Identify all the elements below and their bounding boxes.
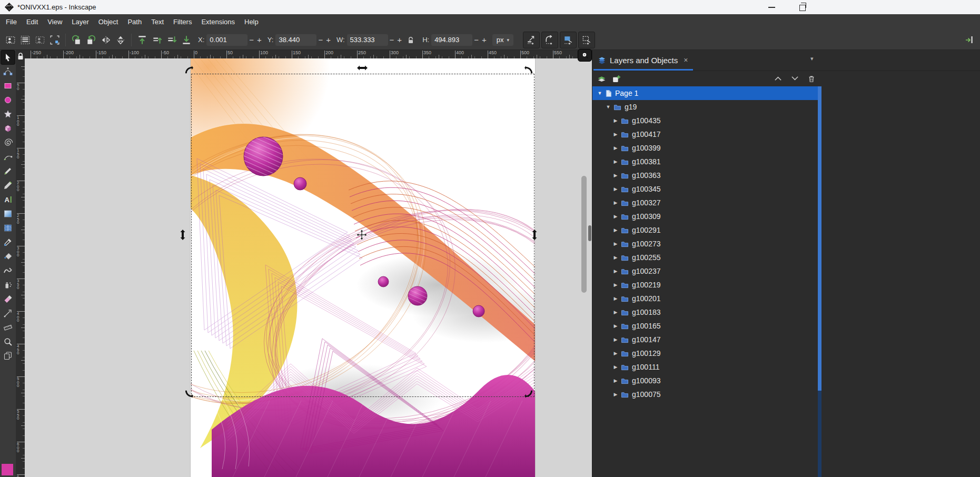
lower-button[interactable] — [164, 33, 179, 47]
minimize-button[interactable] — [763, 0, 780, 14]
layer-row[interactable]: ▶ g100165 — [592, 319, 818, 333]
panel-scrollbar[interactable] — [818, 86, 821, 477]
canvas-vertical-scrollbar[interactable] — [581, 176, 587, 293]
w-minus-button[interactable]: − — [388, 35, 396, 44]
w-plus-button[interactable]: + — [395, 35, 403, 44]
h-plus-button[interactable]: + — [480, 35, 488, 44]
pencil-tool[interactable] — [1, 164, 15, 178]
y-input[interactable] — [275, 34, 316, 46]
expand-arrow-icon[interactable]: ▶ — [612, 255, 619, 260]
scale-corners-toggle[interactable] — [541, 32, 558, 48]
layer-row[interactable]: ▶ g100273 — [592, 237, 818, 251]
expand-arrow-icon[interactable]: ▶ — [612, 241, 619, 246]
flip-vertical-button[interactable] — [113, 33, 128, 47]
zoom-corner-button[interactable] — [578, 49, 592, 62]
zoom-tool[interactable] — [1, 335, 15, 349]
layer-row[interactable]: ▶ g100327 — [592, 196, 818, 210]
expand-arrow-icon[interactable]: ▶ — [612, 118, 619, 123]
move-up-button[interactable] — [772, 73, 784, 84]
snap-controls-toggle[interactable] — [962, 33, 977, 47]
rotate-cw-button[interactable] — [84, 33, 98, 47]
lock-guides-icon[interactable] — [17, 52, 24, 61]
menu-item-file[interactable]: File — [1, 14, 22, 30]
selector-tool[interactable] — [1, 51, 15, 64]
layer-row-page1[interactable]: ▼ Page 1 — [592, 86, 818, 100]
layer-row[interactable]: ▶ g100345 — [592, 182, 818, 196]
menu-item-help[interactable]: Help — [240, 14, 263, 30]
layer-row[interactable]: ▶ g100255 — [592, 251, 818, 264]
raise-to-top-button[interactable] — [135, 33, 150, 47]
selection-box-button[interactable] — [47, 33, 62, 47]
measure-tool[interactable] — [1, 321, 15, 334]
raise-button[interactable] — [150, 33, 164, 47]
expand-arrow-icon[interactable]: ▶ — [612, 310, 619, 315]
ellipse-tool[interactable] — [1, 93, 15, 107]
rotate-handle-bottom-left[interactable] — [184, 389, 193, 398]
move-patterns-toggle[interactable] — [578, 32, 595, 48]
panel-scrollbar-thumb[interactable] — [818, 86, 821, 391]
move-to-layer-button[interactable] — [596, 73, 607, 84]
menu-item-path[interactable]: Path — [123, 14, 146, 30]
dropper-tool[interactable] — [1, 235, 15, 249]
menu-item-layer[interactable]: Layer — [67, 14, 94, 30]
paint-bucket-tool[interactable] — [1, 250, 15, 263]
horizontal-ruler[interactable]: -250-200-150-100-50050100150200250300350… — [25, 50, 592, 58]
flip-horizontal-button[interactable] — [98, 33, 113, 47]
tab-layers-and-objects[interactable]: Layers and Objects × — [593, 51, 693, 71]
layer-row-g19[interactable]: ▼ g19 — [592, 100, 818, 114]
select-all-button[interactable] — [3, 33, 18, 47]
menu-item-text[interactable]: Text — [146, 14, 169, 30]
expand-arrow-icon[interactable]: ▶ — [612, 282, 619, 287]
rotate-handle-bottom-right[interactable] — [524, 389, 533, 398]
expand-arrow-icon[interactable]: ▶ — [612, 145, 619, 151]
close-panel-button[interactable]: × — [684, 56, 688, 64]
scale-handle-right[interactable] — [531, 230, 538, 240]
layer-row[interactable]: ▶ g100237 — [592, 264, 818, 278]
layer-row[interactable]: ▶ g100111 — [592, 360, 818, 374]
expand-arrow-icon[interactable]: ▼ — [597, 91, 603, 96]
calligraphy-tool[interactable] — [1, 178, 15, 192]
layer-row[interactable]: ▶ g100093 — [592, 374, 818, 387]
menu-item-object[interactable]: Object — [94, 14, 123, 30]
y-minus-button[interactable]: − — [316, 35, 324, 44]
node-tool[interactable] — [1, 65, 15, 78]
expand-arrow-icon[interactable]: ▶ — [612, 392, 619, 397]
rotate-handle-top-left[interactable] — [184, 66, 193, 75]
pages-tool[interactable] — [1, 349, 15, 363]
spiral-tool[interactable] — [1, 136, 15, 150]
expand-arrow-icon[interactable]: ▶ — [612, 323, 619, 329]
expand-arrow-icon[interactable]: ▶ — [612, 173, 619, 178]
expand-arrow-icon[interactable]: ▶ — [612, 214, 619, 219]
menu-item-view[interactable]: View — [43, 14, 67, 30]
lock-ratio-button[interactable] — [403, 33, 418, 47]
expand-arrow-icon[interactable]: ▶ — [612, 132, 619, 137]
x-minus-button[interactable]: − — [248, 35, 255, 44]
h-input[interactable] — [431, 34, 472, 46]
layer-row[interactable]: ▶ g100435 — [592, 114, 818, 127]
layer-row[interactable]: ▶ g100129 — [592, 346, 818, 360]
spray-tool[interactable] — [1, 278, 15, 292]
expand-arrow-icon[interactable]: ▼ — [605, 104, 611, 110]
layer-row[interactable]: ▶ g100201 — [592, 292, 818, 305]
expand-arrow-icon[interactable]: ▶ — [612, 200, 619, 205]
text-tool[interactable]: A — [1, 193, 15, 206]
restore-button[interactable] — [793, 0, 810, 14]
rotate-ccw-button[interactable] — [69, 33, 84, 47]
rotate-handle-top-right[interactable] — [524, 66, 533, 75]
expand-arrow-icon[interactable]: ▶ — [612, 159, 619, 164]
layer-row[interactable]: ▶ g100291 — [592, 223, 818, 237]
select-all-layers-button[interactable] — [18, 33, 33, 47]
layer-row[interactable]: ▶ g100183 — [592, 305, 818, 319]
expand-arrow-icon[interactable]: ▶ — [612, 227, 619, 233]
expand-arrow-icon[interactable]: ▶ — [612, 351, 619, 356]
lower-to-bottom-button[interactable] — [179, 33, 194, 47]
scale-stroke-toggle[interactable] — [523, 32, 540, 48]
layer-row[interactable]: ▶ g100147 — [592, 333, 818, 346]
expand-arrow-icon[interactable]: ▶ — [612, 296, 619, 301]
add-layer-button[interactable] — [610, 73, 622, 84]
tweak-tool[interactable] — [1, 264, 15, 277]
panel-resize-grip[interactable] — [588, 225, 591, 241]
scale-handle-top[interactable] — [357, 65, 368, 71]
connector-tool[interactable] — [1, 306, 15, 320]
menu-item-filters[interactable]: Filters — [169, 14, 196, 30]
